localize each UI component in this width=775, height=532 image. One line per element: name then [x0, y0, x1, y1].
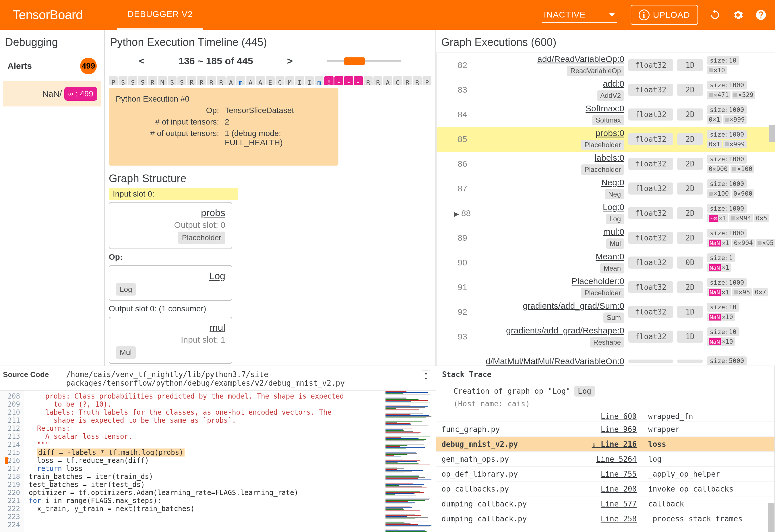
- ge-row[interactable]: 82add/ReadVariableOp:0ReadVariableOpfloa…: [437, 53, 775, 78]
- source-code-panel: Source Code /home/cais/venv_tf_nightly/l…: [0, 366, 436, 532]
- node-input[interactable]: probs Output slot: 0 Placeholder: [109, 202, 232, 249]
- timeline-cell[interactable]: P: [423, 76, 432, 85]
- ge-row[interactable]: 83add:0AddV2float322Dsize:1000×471×529: [437, 78, 775, 102]
- ge-row[interactable]: 89mul:0Mulfloat322Dsize:1000NaN×10×904×9…: [437, 226, 775, 251]
- help-icon[interactable]: [755, 9, 767, 21]
- stack-row[interactable]: debug_mnist_v2.pyLine 216loss: [436, 436, 774, 451]
- stepper-down-icon[interactable]: ▼: [422, 376, 430, 381]
- node-op[interactable]: Log Log: [109, 265, 232, 301]
- scrollbar-thumb[interactable]: [769, 125, 775, 142]
- timeline-cell[interactable]: E: [266, 76, 275, 85]
- timeline-cell[interactable]: m: [314, 76, 323, 85]
- stack-row[interactable]: op_callbacks.pyLine 208invoke_op_callbac…: [436, 481, 774, 496]
- timeline-cell[interactable]: R: [373, 76, 382, 85]
- timeline-cell[interactable]: A: [246, 76, 255, 85]
- stack-host: (Host name: cais): [454, 399, 530, 408]
- ge-row[interactable]: d/MatMul/MatMul/ReadVariableOn:0size:500…: [437, 349, 775, 366]
- refresh-icon[interactable]: [709, 9, 721, 21]
- ge-row[interactable]: 93gradients/add_grad/Reshape:0Reshapeflo…: [437, 325, 775, 349]
- stack-row[interactable]: Line 600wrapped_fn: [436, 411, 774, 422]
- timeline-cell[interactable]: P: [109, 76, 118, 85]
- stack-op-tag: Log: [574, 386, 595, 397]
- chevron-down-icon: [609, 11, 615, 18]
- gear-icon[interactable]: [732, 9, 744, 21]
- alert-label: NaN/: [42, 89, 62, 99]
- infinity-icon: ∞: [68, 90, 73, 98]
- stepper-up-icon[interactable]: ▲: [422, 370, 430, 375]
- line-gutter: 2082092102112122132142152162172182192202…: [0, 391, 24, 532]
- timeline-cell[interactable]: R: [187, 76, 196, 85]
- stack-trace-title: Stack Trace: [436, 366, 774, 383]
- code-minimap[interactable]: [384, 391, 436, 532]
- alerts-title: Alerts: [7, 61, 32, 71]
- ge-row[interactable]: 86labels:0Placeholderfloat322Dsize:10000…: [437, 152, 775, 176]
- upload-label: UPLOAD: [653, 10, 690, 20]
- tab-debugger-v2[interactable]: DEBUGGER V2: [117, 0, 203, 30]
- timeline-panel: Python Execution Timeline (445) < 136 ~ …: [105, 30, 436, 366]
- stack-subtitle: Creation of graph op "Log": [454, 387, 570, 395]
- timeline-cell[interactable]: R: [197, 76, 206, 85]
- timeline-cell[interactable]: R: [413, 76, 422, 85]
- stack-row[interactable]: func_graph.pyLine 969wrapper: [436, 422, 774, 436]
- timeline-cell[interactable]: -: [354, 76, 363, 85]
- timeline-cell[interactable]: m: [236, 76, 245, 85]
- scrollbar-thumb[interactable]: [768, 503, 774, 532]
- timeline-cell[interactable]: -: [344, 76, 353, 85]
- ge-row[interactable]: 88Log:0Logfloat322Dsize:1000-∞×1×9940×5: [437, 201, 775, 226]
- timeline-title: Python Execution Timeline (445): [105, 30, 436, 53]
- node-output[interactable]: mul Input slot: 1 Mul: [109, 317, 232, 364]
- timeline-cell[interactable]: !: [324, 76, 333, 85]
- ge-row[interactable]: 91Placeholder:0Placeholderfloat322Dsize:…: [437, 275, 775, 300]
- alerts-panel: Debugging Alerts 499 NaN/ ∞ : 499: [0, 30, 105, 366]
- stack-row[interactable]: dumping_callback.pyLine 577callback: [436, 496, 774, 511]
- timeline-cell[interactable]: A: [226, 76, 235, 85]
- op-label: Op:: [105, 251, 436, 263]
- ge-row[interactable]: 92gradients/add_grad/Sum:0Sumfloat321Dsi…: [437, 300, 775, 325]
- stack-row[interactable]: op_def_library.pyLine 755_apply_op_helpe…: [436, 466, 774, 481]
- timeline-range: 136 ~ 185 of 445: [178, 55, 253, 67]
- timeline-slider[interactable]: [327, 60, 401, 62]
- timeline-cell[interactable]: M: [285, 76, 294, 85]
- file-stepper[interactable]: ▲ ▼: [422, 370, 430, 381]
- ge-row[interactable]: 90Mean:0Meanfloat320Dsize:1NaN×1: [437, 251, 775, 275]
- upload-button[interactable]: i UPLOAD: [631, 5, 698, 25]
- timeline-cell[interactable]: C: [275, 76, 284, 85]
- timeline-cell[interactable]: S: [138, 76, 147, 85]
- timeline-cell[interactable]: S: [118, 76, 127, 85]
- tensorboard-logo: TensorBoard: [13, 8, 83, 22]
- ge-row[interactable]: 84Softmax:0Softmaxfloat322Dsize:10000×1×…: [437, 102, 775, 127]
- timeline-cell[interactable]: S: [177, 76, 186, 85]
- timeline-cell[interactable]: -: [334, 76, 343, 85]
- input-slot-label: Input slot 0:: [109, 188, 238, 200]
- timeline-cell[interactable]: I: [295, 76, 304, 85]
- status-dropdown[interactable]: INACTIVE: [542, 7, 617, 23]
- ge-list: 82add/ReadVariableOp:0ReadVariableOpfloa…: [436, 53, 775, 366]
- timeline-cell[interactable]: A: [256, 76, 265, 85]
- graph-executions-panel: Graph Executions (600) 82add/ReadVariabl…: [436, 30, 775, 366]
- app-header: TensorBoard DEBUGGER V2 INACTIVE i UPLOA…: [0, 0, 775, 30]
- stack-row[interactable]: dumping_callback.pyLine 258_process_stac…: [436, 511, 774, 526]
- timeline-cell[interactable]: I: [305, 76, 314, 85]
- ge-title: Graph Executions (600): [436, 30, 775, 53]
- timeline-cell[interactable]: S: [128, 76, 137, 85]
- timeline-cell[interactable]: R: [207, 76, 216, 85]
- ge-row[interactable]: 85probs:0Placeholderfloat322Dsize:10000×…: [437, 127, 775, 152]
- source-path: /home/cais/venv_tf_nightly/lib/python3.7…: [66, 370, 345, 387]
- stack-trace-panel: Stack Trace Creation of graph op "Log" L…: [436, 366, 775, 532]
- alert-pill: ∞ : 499: [64, 87, 97, 101]
- timeline-cell[interactable]: R: [217, 76, 226, 85]
- timeline-cell[interactable]: R: [403, 76, 412, 85]
- ge-row[interactable]: 87Neg:0Negfloat322Dsize:1000×1000×900: [437, 176, 775, 201]
- alert-row-nan[interactable]: NaN/ ∞ : 499: [3, 81, 101, 106]
- timeline-cell[interactable]: C: [393, 76, 402, 85]
- timeline-next[interactable]: >: [287, 55, 293, 67]
- stack-row[interactable]: gen_math_ops.pyLine 5264log: [436, 451, 774, 466]
- timeline-cell[interactable]: S: [168, 76, 176, 85]
- info-icon: i: [639, 9, 650, 20]
- timeline-prev[interactable]: <: [139, 55, 145, 67]
- timeline-cell[interactable]: A: [383, 76, 392, 85]
- exec-title: Python Execution #0: [116, 94, 331, 104]
- timeline-cell[interactable]: M: [158, 76, 167, 85]
- timeline-cell[interactable]: R: [364, 76, 372, 85]
- timeline-cell[interactable]: R: [148, 76, 157, 85]
